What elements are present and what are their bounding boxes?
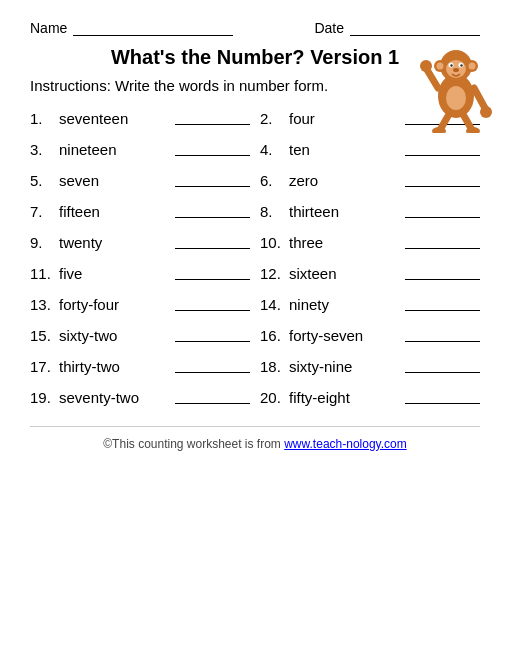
answer-line[interactable]: [175, 309, 250, 311]
svg-point-15: [480, 106, 492, 118]
instructions: Instructions: Write the words in number …: [30, 77, 480, 94]
name-field: Name: [30, 20, 233, 36]
problem-item: 19.seventy-two: [30, 389, 250, 406]
problem-word: five: [59, 265, 170, 282]
problem-number: 2.: [260, 110, 284, 127]
problem-item: 14.ninety: [260, 296, 480, 313]
problem-number: 13.: [30, 296, 54, 313]
answer-line[interactable]: [175, 402, 250, 404]
problem-word: sixty-two: [59, 327, 170, 344]
problem-item: 13.forty-four: [30, 296, 250, 313]
problem-item: 3.nineteen: [30, 141, 250, 158]
date-underline[interactable]: [350, 35, 480, 36]
answer-line[interactable]: [175, 154, 250, 156]
answer-line[interactable]: [405, 185, 480, 187]
problem-item: 12.sixteen: [260, 265, 480, 282]
svg-point-20: [446, 86, 466, 110]
answer-line[interactable]: [405, 278, 480, 280]
problem-word: ninety: [289, 296, 400, 313]
answer-line[interactable]: [175, 278, 250, 280]
problem-word: forty-four: [59, 296, 170, 313]
problem-number: 9.: [30, 234, 54, 251]
svg-point-7: [453, 68, 459, 72]
answer-line[interactable]: [405, 309, 480, 311]
problem-number: 18.: [260, 358, 284, 375]
problem-number: 4.: [260, 141, 284, 158]
problem-word: four: [289, 110, 400, 127]
answer-line[interactable]: [175, 340, 250, 342]
problem-number: 15.: [30, 327, 54, 344]
problem-word: fifty-eight: [289, 389, 400, 406]
footer-link[interactable]: www.teach-nology.com: [284, 437, 407, 451]
problem-word: twenty: [59, 234, 170, 251]
problem-word: forty-seven: [289, 327, 400, 344]
answer-line[interactable]: [405, 247, 480, 249]
problem-word: sixteen: [289, 265, 400, 282]
svg-point-9: [437, 63, 444, 70]
problem-number: 7.: [30, 203, 54, 220]
problem-word: sixty-nine: [289, 358, 400, 375]
answer-line[interactable]: [175, 123, 250, 125]
problem-word: seventy-two: [59, 389, 170, 406]
problem-item: 5.seven: [30, 172, 250, 189]
problem-item: 16.forty-seven: [260, 327, 480, 344]
problem-word: seven: [59, 172, 170, 189]
problem-number: 14.: [260, 296, 284, 313]
problem-number: 5.: [30, 172, 54, 189]
answer-line[interactable]: [405, 216, 480, 218]
problem-item: 11.five: [30, 265, 250, 282]
problem-number: 20.: [260, 389, 284, 406]
problem-word: thirteen: [289, 203, 400, 220]
date-label: Date: [314, 20, 344, 36]
svg-point-11: [469, 63, 476, 70]
problem-number: 1.: [30, 110, 54, 127]
svg-point-6: [460, 64, 462, 66]
problem-item: 1.seventeen: [30, 110, 250, 127]
problem-number: 3.: [30, 141, 54, 158]
svg-point-5: [450, 64, 452, 66]
problem-word: seventeen: [59, 110, 170, 127]
problem-word: fifteen: [59, 203, 170, 220]
problem-number: 8.: [260, 203, 284, 220]
problem-number: 6.: [260, 172, 284, 189]
answer-line[interactable]: [175, 371, 250, 373]
answer-line[interactable]: [175, 247, 250, 249]
problem-number: 12.: [260, 265, 284, 282]
problem-number: 11.: [30, 265, 54, 282]
problem-item: 20.fifty-eight: [260, 389, 480, 406]
answer-line[interactable]: [405, 154, 480, 156]
footer: ©This counting worksheet is from www.tea…: [30, 426, 480, 451]
problem-word: nineteen: [59, 141, 170, 158]
problems-grid: 1.seventeen2.four3.nineteen4.ten5.seven6…: [30, 110, 480, 406]
problem-number: 17.: [30, 358, 54, 375]
name-date-row: Name Date: [30, 20, 480, 36]
answer-line[interactable]: [405, 371, 480, 373]
svg-point-14: [420, 60, 432, 72]
problem-item: 6.zero: [260, 172, 480, 189]
problem-word: three: [289, 234, 400, 251]
monkey-illustration: [420, 38, 492, 137]
problem-item: 17.thirty-two: [30, 358, 250, 375]
problem-word: zero: [289, 172, 400, 189]
problem-item: 18.sixty-nine: [260, 358, 480, 375]
problem-number: 19.: [30, 389, 54, 406]
problem-number: 10.: [260, 234, 284, 251]
problem-item: 7.fifteen: [30, 203, 250, 220]
problem-item: 10.three: [260, 234, 480, 251]
answer-line[interactable]: [405, 402, 480, 404]
answer-line[interactable]: [405, 340, 480, 342]
footer-text: ©This counting worksheet is from: [103, 437, 284, 451]
problem-word: thirty-two: [59, 358, 170, 375]
page-title: What's the Number? Version 1: [30, 46, 480, 69]
problem-item: 15.sixty-two: [30, 327, 250, 344]
problem-number: 16.: [260, 327, 284, 344]
date-field: Date: [314, 20, 480, 36]
answer-line[interactable]: [175, 185, 250, 187]
problem-item: 9.twenty: [30, 234, 250, 251]
answer-line[interactable]: [175, 216, 250, 218]
name-underline[interactable]: [73, 35, 233, 36]
problem-item: 4.ten: [260, 141, 480, 158]
problem-word: ten: [289, 141, 400, 158]
problem-item: 8.thirteen: [260, 203, 480, 220]
name-label: Name: [30, 20, 67, 36]
